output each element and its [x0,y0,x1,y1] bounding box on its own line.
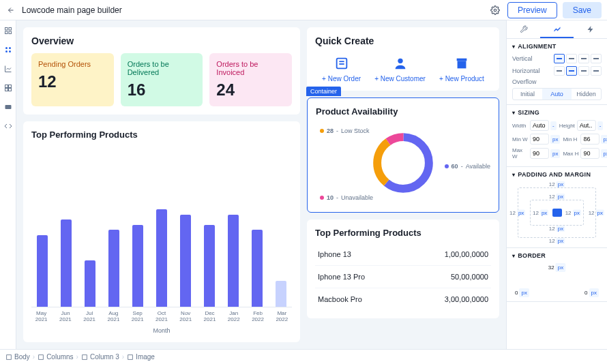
height-unit[interactable]: - [597,121,604,130]
minw-unit[interactable]: px [550,135,560,144]
gear-icon[interactable] [488,3,502,17]
svg-point-8 [9,50,11,52]
breadcrumb: Body›Columns›Column 3›Image [0,349,607,364]
preview-button[interactable]: Preview [507,2,557,18]
align-stretch-h[interactable] [591,66,602,76]
tab-settings[interactable] [507,20,540,38]
components-icon[interactable] [3,45,13,55]
overview-title: Overview [31,35,292,46]
stat-card[interactable]: Pending Orders12 [31,53,114,106]
bar[interactable] [252,230,263,307]
bar[interactable] [180,215,191,307]
overflow-hidden[interactable]: Hidden [572,89,601,100]
maxw-input[interactable] [530,148,549,159]
crumb[interactable]: Image [127,353,155,361]
legend-available: 60 - Available [445,163,490,170]
bar[interactable] [156,209,167,307]
svg-point-6 [9,47,11,49]
overflow-auto[interactable]: Auto [542,89,572,100]
bar-label: Oct2021 [151,310,171,323]
height-input[interactable] [577,120,596,131]
svg-rect-1 [5,28,8,31]
table-row[interactable]: Iphone 131,00,00,0000 [315,243,491,266]
bar-chart-card[interactable]: Top Performing Products May2021Jun2021Ju… [23,121,300,342]
bar[interactable] [132,225,143,307]
table-row[interactable]: Macbook Pro3,00,00,0000 [315,288,491,310]
minw-input[interactable] [530,134,549,145]
margin-right[interactable]: 12px [589,210,604,216]
padding-top[interactable]: 12px [549,194,565,200]
tab-style[interactable] [540,20,574,38]
svg-point-0 [494,9,497,12]
top-products-table[interactable]: Top Performing Products Iphone 131,00,00… [307,219,499,318]
svg-rect-24 [39,354,44,359]
card-icon[interactable] [3,102,13,112]
availability-card[interactable]: Product Availability 28 - Low Stock 60 -… [307,97,499,213]
availability-title: Product Availability [316,106,490,117]
margin-top[interactable]: 12px [549,181,565,187]
save-button[interactable]: Save [563,2,602,18]
crumb[interactable]: Body [5,353,30,361]
page-title: Lowcode main page builder [22,5,483,15]
width-unit[interactable]: - [550,121,557,130]
bar[interactable] [228,215,239,307]
align-top[interactable] [554,54,565,63]
layout-icon[interactable] [3,26,13,35]
maxw-unit[interactable]: px [550,149,560,158]
code-icon[interactable] [3,121,13,131]
quick-create-item[interactable]: + New Product [439,56,484,82]
minh-unit[interactable]: px [601,135,607,144]
svg-rect-26 [128,354,133,359]
bar-label: Nov2021 [176,310,196,323]
bar[interactable] [61,219,72,307]
list-icon [334,56,349,71]
chart-icon[interactable] [3,64,13,74]
svg-rect-2 [9,28,12,31]
bar[interactable] [37,235,48,307]
bar[interactable] [276,281,286,307]
maxh-unit[interactable]: px [601,149,607,158]
bar-label: Dec2021 [200,310,220,323]
quick-create-item[interactable]: + New Order [322,56,361,82]
crumb[interactable]: Column 3 [81,353,119,361]
minh-input[interactable] [580,134,599,145]
padding-right[interactable]: 12px [565,210,581,216]
quick-create-item[interactable]: + New Customer [374,56,426,82]
grid-icon[interactable] [3,83,13,93]
padding-left[interactable]: 12px [533,210,548,216]
bar[interactable] [85,260,95,307]
stat-card[interactable]: Orders to be Delivered16 [121,53,203,106]
overflow-initial[interactable]: Initial [513,89,542,100]
bar[interactable] [204,225,215,307]
stat-card[interactable]: Orders to be Invoiced24 [209,53,292,106]
margin-bottom[interactable]: 12px [549,238,565,244]
maxh-input[interactable] [580,148,599,159]
border-top[interactable]: 32px [548,263,565,272]
selection-tag[interactable]: Container [306,87,341,96]
margin-left[interactable]: 12px [509,210,525,216]
width-input[interactable] [530,120,549,131]
svg-rect-25 [83,354,87,359]
crumb[interactable]: Columns [38,353,73,361]
quick-create-card[interactable]: Quick Create + New Order+ New Customer+ … [307,27,499,91]
border-right[interactable]: 0px [584,288,599,297]
align-left[interactable] [554,66,565,76]
align-stretch-v[interactable] [591,54,602,63]
svg-rect-9 [5,85,8,88]
align-middle[interactable] [566,54,577,63]
border-left[interactable]: 0px [515,288,529,297]
horizontal-align-group [554,66,602,76]
back-icon[interactable] [5,5,16,16]
overview-card[interactable]: Overview Pending Orders12Orders to be De… [23,27,300,115]
legend-low-stock: 28 - Low Stock [320,127,370,134]
svg-point-7 [5,50,8,52]
padding-bottom[interactable]: 12px [549,226,565,232]
donut-chart [369,129,437,197]
tab-actions[interactable] [574,20,607,38]
align-right[interactable] [578,66,589,76]
link-icon[interactable] [552,209,562,217]
align-bottom[interactable] [578,54,589,63]
bar[interactable] [108,230,119,307]
table-row[interactable]: Iphone 13 Pro50,00,0000 [315,266,491,288]
align-center[interactable] [566,66,577,76]
